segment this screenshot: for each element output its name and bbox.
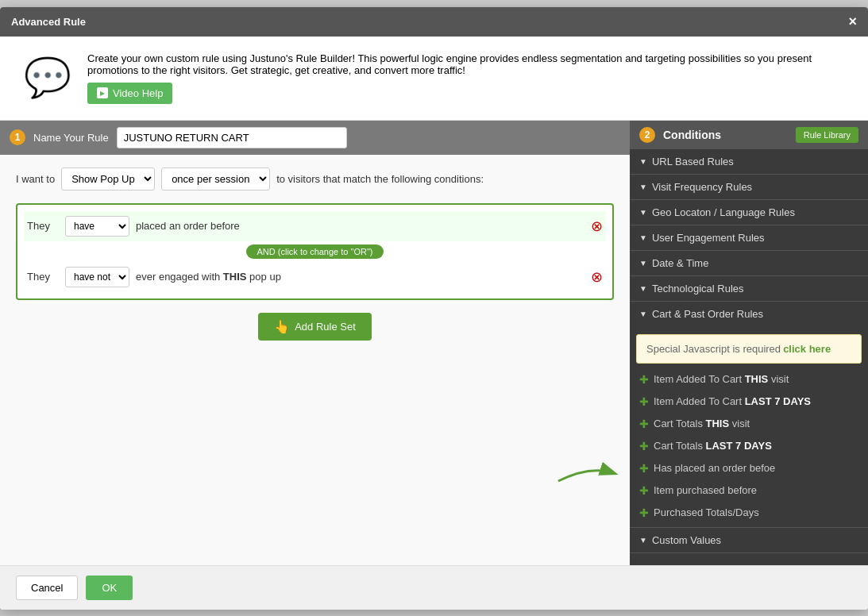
remove-condition-2[interactable]: ⊗ <box>591 268 603 286</box>
section-visit-freq: ▼ Visit Frequency Rules <box>630 175 868 200</box>
section-custom: ▼ Custom Values <box>630 528 868 553</box>
chevron-tech: ▼ <box>639 284 647 293</box>
modal-body: 1 Name Your Rule I want to Show Pop Up H… <box>0 121 868 565</box>
step1-number: 1 <box>10 129 25 145</box>
section-custom-label: Custom Values <box>652 534 721 546</box>
section-url-based: ▼ URL Based Rules <box>630 149 868 175</box>
section-custom-header[interactable]: ▼ Custom Values <box>630 528 868 552</box>
section-date-time-header[interactable]: ▼ Date & Time <box>630 251 868 275</box>
modal-header: Advanced Rule × <box>0 7 868 37</box>
chevron-cart: ▼ <box>639 310 647 318</box>
section-geo-header[interactable]: ▼ Geo Locaton / Language Rules <box>630 200 868 225</box>
they-label-1: They <box>27 220 59 232</box>
they-label-2: They <box>27 271 59 283</box>
cart-item-4[interactable]: ✚ Cart Totals LAST 7 DAYS <box>630 435 868 457</box>
cart-item-7-label: Purchased Totals/Days <box>654 506 759 518</box>
section-tech-label: Technological Rules <box>652 283 744 295</box>
special-js-text: Special Javascript is required <box>646 343 781 355</box>
chevron-user: ▼ <box>639 233 647 242</box>
chevron-custom: ▼ <box>639 536 647 545</box>
section-date-time: ▼ Date & Time <box>630 251 868 276</box>
section-visit-freq-header[interactable]: ▼ Visit Frequency Rules <box>630 175 868 199</box>
hand-icon: 👆 <box>274 319 290 334</box>
step1-label: Name Your Rule <box>33 132 109 144</box>
section-geo: ▼ Geo Locaton / Language Rules <box>630 200 868 225</box>
chevron-url: ▼ <box>639 157 647 166</box>
have-select-2[interactable]: have have not <box>65 267 129 287</box>
section-url-based-header[interactable]: ▼ URL Based Rules <box>630 149 868 174</box>
special-js-notice: Special Javascript is required click her… <box>636 334 862 364</box>
plus-icon-1: ✚ <box>639 373 649 386</box>
condition-text-1: placed an order before <box>136 220 584 232</box>
and-or-toggle[interactable]: AND (click to change to "OR") <box>246 244 384 259</box>
frequency-select[interactable]: once per session once per visitor always <box>161 167 270 191</box>
chevron-date: ▼ <box>639 259 647 268</box>
section-tech: ▼ Technological Rules <box>630 276 868 302</box>
plus-icon-7: ✚ <box>639 506 649 519</box>
cart-item-6-label: Item purchased before <box>654 484 757 496</box>
step1-header: 1 Name Your Rule <box>0 121 630 155</box>
add-rule-set-area: 👆 Add Rule Set <box>16 313 614 341</box>
section-user-eng-header[interactable]: ▼ User Engagement Rules <box>630 225 868 250</box>
ok-button[interactable]: OK <box>86 576 133 600</box>
section-user-eng: ▼ User Engagement Rules <box>630 225 868 251</box>
left-panel: 1 Name Your Rule I want to Show Pop Up H… <box>0 121 630 565</box>
cart-item-3-label: Cart Totals THIS visit <box>654 418 750 429</box>
section-cart: ▼ Cart & Past Order Rules Special Javasc… <box>630 302 868 528</box>
plus-icon-5: ✚ <box>639 462 649 475</box>
green-arrow <box>550 457 622 489</box>
section-user-label: User Engagement Rules <box>652 232 765 244</box>
cart-item-6[interactable]: ✚ Item purchased before <box>630 479 868 502</box>
have-select-1[interactable]: have have not <box>65 216 129 237</box>
rule-name-input[interactable] <box>117 127 347 148</box>
i-want-row: I want to Show Pop Up Hide Pop Up once p… <box>16 167 614 191</box>
add-rule-set-button[interactable]: 👆 Add Rule Set <box>258 313 372 341</box>
modal-title: Advanced Rule <box>11 16 86 28</box>
section-cart-label: Cart & Past Order Rules <box>652 308 763 320</box>
video-help-label: Video Help <box>113 87 163 99</box>
cart-items-list: Special Javascript is required click her… <box>630 326 868 527</box>
right-panel-header: 2 Conditions Rule Library <box>630 121 868 149</box>
special-js-link[interactable]: click here <box>783 343 831 355</box>
condition-text-2: ever engaged with THIS pop up <box>136 271 584 283</box>
cart-item-4-label: Cart Totals LAST 7 DAYS <box>654 440 772 452</box>
rule-library-button[interactable]: Rule Library <box>796 127 858 143</box>
plus-icon-4: ✚ <box>639 440 649 452</box>
remove-condition-1[interactable]: ⊗ <box>591 218 603 235</box>
chevron-geo: ▼ <box>639 208 647 217</box>
chat-icon: 💬 <box>24 56 71 100</box>
i-want-prefix: I want to <box>16 173 55 185</box>
section-cart-header[interactable]: ▼ Cart & Past Order Rules <box>630 302 868 326</box>
intro-content: Create your own custom rule using Justun… <box>87 52 844 104</box>
intro-text: Create your own custom rule using Justun… <box>87 52 844 76</box>
close-icon[interactable]: × <box>848 13 857 30</box>
cart-item-3[interactable]: ✚ Cart Totals THIS visit <box>630 413 868 435</box>
cart-item-1-label: Item Added To Cart THIS visit <box>654 373 789 385</box>
cart-item-5-label: Has placed an order befoe <box>654 462 775 474</box>
add-rule-set-label: Add Rule Set <box>295 321 356 333</box>
cart-item-5[interactable]: ✚ Has placed an order befoe <box>630 457 868 479</box>
video-help-button[interactable]: Video Help <box>87 83 172 104</box>
cart-item-1[interactable]: ✚ Item Added To Cart THIS visit <box>630 368 868 391</box>
section-visit-label: Visit Frequency Rules <box>652 181 752 193</box>
action-select[interactable]: Show Pop Up Hide Pop Up <box>61 167 155 191</box>
cart-item-7[interactable]: ✚ Purchased Totals/Days <box>630 502 868 524</box>
section-date-label: Date & Time <box>652 257 709 269</box>
section-geo-label: Geo Locaton / Language Rules <box>652 206 795 218</box>
plus-icon-3: ✚ <box>639 418 649 430</box>
intro-section: 💬 Create your own custom rule using Just… <box>0 37 868 121</box>
section-tech-header[interactable]: ▼ Technological Rules <box>630 276 868 301</box>
modal-footer: Cancel OK <box>0 565 868 610</box>
advanced-rule-modal: Advanced Rule × 💬 Create your own custom… <box>0 7 868 610</box>
plus-icon-2: ✚ <box>639 395 649 408</box>
plus-icon-6: ✚ <box>639 484 649 497</box>
this-label: THIS <box>223 271 247 283</box>
play-icon <box>97 87 108 98</box>
cancel-button[interactable]: Cancel <box>16 576 78 600</box>
condition-row-1: They have have not placed an order befor… <box>24 211 606 241</box>
cart-item-2-label: Item Added To Cart LAST 7 DAYS <box>654 395 811 407</box>
condition-row-2: They have have not ever engaged with THI… <box>24 262 606 292</box>
section-url-label: URL Based Rules <box>652 156 734 167</box>
cart-item-2[interactable]: ✚ Item Added To Cart LAST 7 DAYS <box>630 391 868 413</box>
and-connector: AND (click to change to "OR") <box>24 241 606 262</box>
